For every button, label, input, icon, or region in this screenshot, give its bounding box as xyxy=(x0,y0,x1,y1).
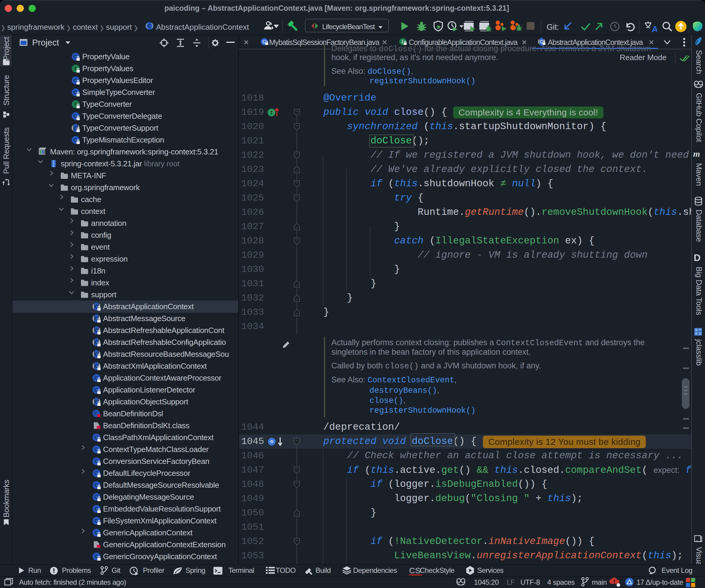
svg-text:I: I xyxy=(75,66,76,71)
svg-text:I: I xyxy=(270,110,273,116)
svg-text:C: C xyxy=(148,23,151,29)
svg-text:I: I xyxy=(75,101,76,107)
svg-text:A: A xyxy=(652,24,657,33)
